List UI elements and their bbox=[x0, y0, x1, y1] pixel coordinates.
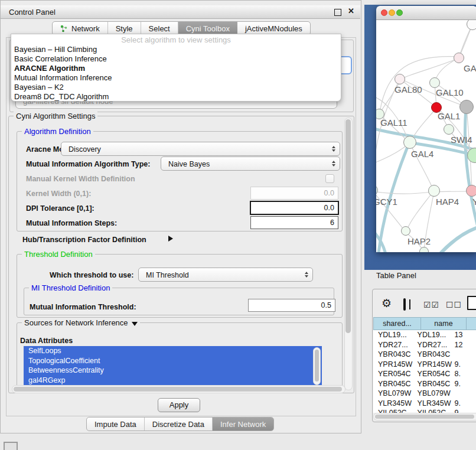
network-node-label: GAL10 bbox=[436, 87, 464, 97]
tab-jactivemnodules[interactable]: jActiveMNodules bbox=[237, 22, 310, 35]
attribute-item[interactable]: BetweennessCentrality bbox=[24, 366, 322, 376]
tab-infer-network[interactable]: Infer Network bbox=[213, 418, 273, 431]
mi-steps-label: Mutual Information Steps: bbox=[26, 219, 117, 227]
aracne-mode-combobox[interactable]: Discovery bbox=[61, 142, 340, 156]
mi-threshold-label: Mutual Information Threshold: bbox=[30, 303, 136, 311]
network-node[interactable] bbox=[429, 77, 440, 88]
column-header[interactable] bbox=[467, 317, 476, 330]
mi-steps-field[interactable]: 6 bbox=[250, 216, 338, 229]
table-row[interactable]: YIL052CYIL052C9 bbox=[373, 408, 476, 413]
select-all-checkboxes-icon[interactable]: ☑☑ bbox=[423, 300, 439, 309]
network-node[interactable] bbox=[459, 100, 474, 114]
network-node-label: GAL80 bbox=[395, 84, 422, 94]
network-node[interactable] bbox=[466, 185, 476, 197]
table-row[interactable]: YLR345WYLR345W9. bbox=[373, 399, 476, 409]
settings-horizontal-scrollbar[interactable] bbox=[12, 385, 345, 393]
kernel-width-field[interactable]: 0.0 bbox=[250, 187, 338, 200]
table-body: YDL19...YDL19...13 YDR27...YDR27...12 YB… bbox=[373, 330, 476, 413]
group-title: Algorithm Definition bbox=[22, 127, 93, 136]
network-view-window[interactable]: GALGAL80GAL10GAL1GAL11SWI4GAL4GCY1HAP4YH… bbox=[376, 6, 476, 252]
tab-cyni-toolbox[interactable]: Cyni Toolbox bbox=[178, 22, 237, 35]
algorithm-option[interactable]: Bayesian – K2 bbox=[11, 83, 341, 92]
scrollbar-thumb[interactable] bbox=[315, 350, 319, 381]
expand-arrow-icon[interactable] bbox=[168, 236, 173, 242]
column-header-shared-name[interactable]: shared... bbox=[373, 317, 421, 330]
tab-style[interactable]: Style bbox=[108, 22, 141, 35]
bottom-tabbar: Impute Data Discretize Data Infer Networ… bbox=[86, 417, 274, 431]
network-node-label: SWI4 bbox=[451, 135, 472, 145]
dpi-tolerance-label: DPI Tolerance [0,1]: bbox=[26, 204, 94, 213]
table-row[interactable]: YDL19...YDL19...13 bbox=[373, 330, 476, 340]
attribute-item[interactable]: SelfLoops bbox=[24, 346, 322, 356]
gear-icon[interactable]: ⚙ bbox=[382, 298, 392, 309]
minimize-traffic-light[interactable] bbox=[389, 9, 395, 16]
minimized-panel-icon[interactable] bbox=[4, 442, 18, 450]
network-node[interactable] bbox=[403, 136, 416, 149]
attribute-item[interactable]: TopologicalCoefficient bbox=[24, 356, 322, 366]
network-node[interactable] bbox=[419, 247, 429, 252]
network-node-label: HAP2 bbox=[407, 236, 431, 246]
document-icon[interactable] bbox=[467, 296, 476, 310]
algorithm-option[interactable]: Basic Correlation Inference bbox=[11, 54, 341, 64]
network-node-label: GAL bbox=[464, 63, 476, 73]
zoom-traffic-light[interactable] bbox=[396, 9, 403, 16]
settings-vertical-scrollbar[interactable] bbox=[344, 118, 353, 390]
network-node[interactable] bbox=[454, 53, 464, 63]
algorithm-option-selected[interactable]: ARACNE Algorithm bbox=[11, 64, 341, 73]
network-node[interactable] bbox=[395, 74, 405, 84]
attributes-vertical-scrollbar[interactable] bbox=[313, 347, 321, 385]
dropdown-placeholder: Select algorithm to view settings bbox=[11, 35, 341, 45]
collapse-arrow-icon[interactable] bbox=[132, 322, 138, 326]
columns-icon[interactable] bbox=[403, 298, 406, 311]
deselect-all-checkboxes-icon[interactable]: ☐☐ bbox=[446, 300, 462, 309]
table-row[interactable]: YER054CYER054C8. bbox=[373, 369, 476, 379]
manual-kernel-label: Manual Kernel Width Definition bbox=[26, 175, 135, 183]
hub-definition-label: Hub/Transcription Factor Definition bbox=[22, 236, 146, 244]
apply-button[interactable]: Apply bbox=[158, 398, 200, 412]
mi-type-combobox[interactable]: Naive Bayes bbox=[161, 156, 340, 171]
algorithm-dropdown-list: Select algorithm to view settings Bayesi… bbox=[11, 34, 341, 102]
network-node-label: GAL4 bbox=[411, 149, 433, 159]
network-node-label: GCY1 bbox=[376, 197, 397, 207]
group-title: Threshold Definition bbox=[22, 250, 95, 259]
network-node[interactable] bbox=[401, 226, 410, 236]
table-row[interactable]: YBL079WYBL079W bbox=[373, 389, 476, 399]
tab-discretize-data[interactable]: Discretize Data bbox=[145, 418, 213, 431]
table-horizontal-scrollbar[interactable] bbox=[373, 413, 476, 420]
which-threshold-label: Which threshold to use: bbox=[50, 271, 133, 279]
network-node[interactable] bbox=[444, 124, 454, 135]
tab-select[interactable]: Select bbox=[141, 22, 178, 35]
close-icon[interactable]: ✕ bbox=[348, 6, 354, 15]
data-attributes-label: Data Attributes bbox=[20, 337, 73, 345]
scrollbar-thumb[interactable] bbox=[14, 387, 342, 392]
algorithm-option[interactable]: Bayesian – Hill Climbing bbox=[11, 45, 341, 54]
table-panel-title: Table Panel bbox=[376, 271, 416, 280]
table-row[interactable]: YBR045CYBR045C9. bbox=[373, 379, 476, 389]
network-node[interactable] bbox=[467, 20, 476, 30]
mi-threshold-field[interactable]: 0.5 bbox=[248, 299, 335, 312]
algorithm-option[interactable]: Dream8 DC_TDC Algorithm bbox=[11, 92, 341, 102]
table-row[interactable]: YPR145WYPR145W9. bbox=[373, 360, 476, 370]
attribute-item[interactable]: gal4RGexp bbox=[24, 376, 322, 386]
scrollbar-thumb[interactable] bbox=[375, 415, 474, 419]
tab-network[interactable]: Network bbox=[53, 22, 108, 35]
table-row[interactable]: YBR043CYBR043C bbox=[373, 350, 476, 360]
column-header-name[interactable]: name bbox=[421, 317, 467, 330]
table-row[interactable]: YDR27...YDR27...12 bbox=[373, 340, 476, 350]
group-title: Sources for Network Inference bbox=[22, 318, 140, 327]
kernel-width-label: Kernel Width (0,1): bbox=[26, 190, 91, 198]
stepper-arrows-icon bbox=[332, 161, 335, 167]
dpi-tolerance-field[interactable]: 0.0 bbox=[250, 201, 339, 215]
network-node[interactable] bbox=[428, 185, 440, 197]
network-canvas[interactable]: GALGAL80GAL10GAL1GAL11SWI4GAL4GCY1HAP4YH… bbox=[376, 20, 476, 252]
panel-title: Control Panel bbox=[9, 8, 56, 17]
mi-type-label: Mutual Information Algorithm Type: bbox=[26, 160, 150, 168]
algorithm-option[interactable]: Mutual Information Inference bbox=[11, 73, 341, 83]
float-window-icon[interactable] bbox=[334, 9, 341, 16]
stepper-arrows-icon bbox=[332, 146, 335, 152]
close-traffic-light[interactable] bbox=[381, 9, 387, 16]
tab-impute-data[interactable]: Impute Data bbox=[87, 418, 145, 431]
scrollbar-thumb[interactable] bbox=[345, 119, 351, 333]
threshold-combobox[interactable]: MI Threshold bbox=[138, 268, 313, 282]
manual-kernel-checkbox[interactable] bbox=[325, 174, 334, 183]
